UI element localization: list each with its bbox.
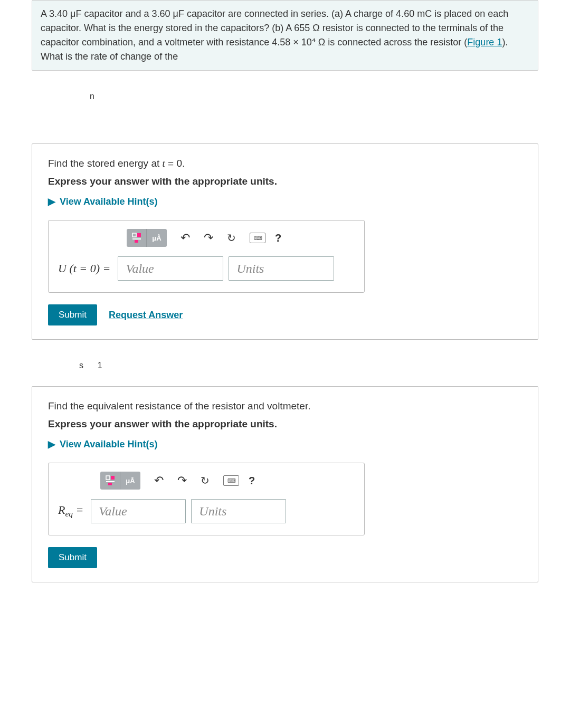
action-row-b: Submit [48, 547, 522, 568]
undo-icon[interactable]: ↶ [180, 231, 190, 245]
problem-text-1: A 3.40 μF capacitor and a 3.60 μF capaci… [41, 8, 508, 47]
request-answer-link[interactable]: Request Answer [109, 310, 183, 321]
part-b-panel: Find the equivalent resistance of the re… [32, 386, 538, 582]
figure-link[interactable]: Figure 1 [467, 37, 502, 47]
template-group: μÅ [127, 229, 167, 247]
view-hints-button-b[interactable]: ▶ View Available Hint(s) [48, 438, 522, 450]
variable-label-b: Req = [58, 503, 86, 519]
answer-panel-b: μÅ ↶ ↷ ↻ ⌨ ? Req = Value Units [48, 463, 365, 535]
reset-icon[interactable]: ↻ [227, 232, 236, 244]
svg-rect-7 [108, 483, 112, 485]
svg-rect-3 [135, 240, 138, 243]
value-input[interactable]: Value [118, 256, 223, 281]
view-hints-button[interactable]: ▶ View Available Hint(s) [48, 196, 522, 207]
undo-icon[interactable]: ↶ [154, 474, 164, 487]
submit-button-b[interactable]: Submit [48, 547, 97, 568]
help-icon[interactable]: ? [243, 475, 260, 487]
keyboard-icon[interactable]: ⌨ [223, 475, 239, 486]
redo-icon[interactable]: ↷ [204, 231, 213, 245]
variable-label: U (t = 0) = [58, 262, 112, 275]
equation-row-b: Req = Value Units [58, 499, 355, 523]
value-input-b[interactable]: Value [91, 499, 186, 523]
fraction-template-icon[interactable] [127, 229, 147, 247]
part-b-prompt: Find the equivalent resistance of the re… [48, 400, 522, 412]
answer-panel-a: μÅ ↶ ↷ ↻ ⌨ ? U (t = 0) = Value Units [48, 220, 365, 293]
keyboard-icon[interactable]: ⌨ [250, 233, 265, 243]
units-template-icon[interactable]: μÅ [120, 472, 140, 490]
part-a-instruction: Express your answer with the appropriate… [48, 176, 522, 187]
equation-toolbar: μÅ ↶ ↷ ↻ ⌨ ? [127, 229, 355, 247]
redo-icon[interactable]: ↷ [177, 474, 187, 487]
svg-rect-0 [132, 233, 136, 237]
problem-statement: A 3.40 μF capacitor and a 3.60 μF capaci… [32, 0, 538, 71]
svg-rect-4 [106, 476, 110, 480]
stray-text: s 1 [79, 361, 570, 370]
reset-icon[interactable]: ↻ [201, 474, 210, 487]
equation-row: U (t = 0) = Value Units [58, 256, 355, 281]
submit-button[interactable]: Submit [48, 304, 97, 325]
part-a-prompt: Find the stored energy at t = 0. [48, 158, 522, 169]
fragment-text: n [90, 92, 570, 101]
svg-rect-5 [111, 476, 115, 480]
expand-icon: ▶ [48, 438, 55, 450]
equation-toolbar-b: μÅ ↶ ↷ ↻ ⌨ ? [100, 472, 355, 490]
units-template-icon[interactable]: μÅ [147, 229, 167, 247]
action-row: Submit Request Answer [48, 304, 522, 325]
units-input-b[interactable]: Units [191, 499, 286, 523]
expand-icon: ▶ [48, 196, 55, 207]
template-group-b: μÅ [100, 472, 140, 490]
svg-rect-1 [137, 233, 141, 237]
part-b-instruction: Express your answer with the appropriate… [48, 418, 522, 430]
units-input[interactable]: Units [229, 256, 334, 281]
hints-label: View Available Hint(s) [60, 196, 157, 207]
hints-label-b: View Available Hint(s) [60, 439, 157, 450]
help-icon[interactable]: ? [270, 232, 287, 244]
part-a-panel: Find the stored energy at t = 0. Express… [32, 143, 538, 340]
fraction-template-icon[interactable] [100, 472, 120, 490]
